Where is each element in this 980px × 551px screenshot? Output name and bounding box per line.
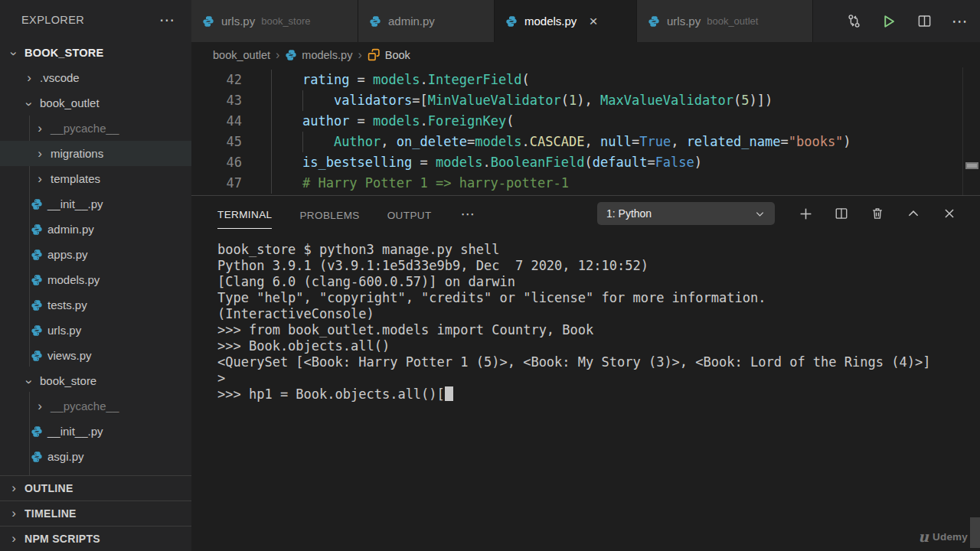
panel-header: TERMINAL PROBLEMS OUTPUT ⋯ 1: Python (191, 196, 980, 231)
terminal-content[interactable]: book_store $ python3 manage.py shell Pyt… (191, 231, 980, 403)
python-file-icon (31, 249, 43, 261)
line-number: 47 (191, 173, 242, 194)
close-tab-icon[interactable]: × (589, 15, 597, 28)
sidebar-item-book-outlet[interactable]: › book_outlet (0, 90, 191, 116)
line-number: 45 (191, 132, 242, 152)
sidebar-item-book-store[interactable]: › book_store (0, 368, 191, 393)
chevron-expanded-icon: › (21, 376, 37, 388)
sidebar-bottom-sections: › OUTLINE › TIMELINE › NPM SCRIPTS (0, 475, 191, 551)
terminal-shell-select[interactable]: 1: Python (597, 202, 775, 225)
code-editor[interactable]: 42 rating = models.IntegerField( 43 vali… (191, 67, 980, 195)
chevron-expanded-icon: › (21, 98, 37, 110)
python-file-icon (31, 425, 43, 438)
run-python-file-icon[interactable] (881, 14, 897, 29)
panel-more-tabs-icon[interactable]: ⋯ (461, 205, 475, 223)
sidebar-item-templates[interactable]: › templates (0, 166, 191, 191)
terminal-line: <QuerySet [<Book: Harry Potter 1 (5)>, <… (217, 354, 980, 370)
python-file-icon (31, 451, 43, 463)
line-number: 46 (191, 152, 242, 173)
tab-terminal[interactable]: TERMINAL (217, 198, 272, 229)
breadcrumb-book-outlet[interactable]: book_outlet (213, 49, 270, 61)
terminal-line: > (217, 370, 980, 386)
close-panel-icon[interactable] (942, 206, 957, 221)
code-line[interactable]: 45 Author, on_delete=models.CASCADE, nul… (191, 132, 980, 152)
code-line[interactable]: 43 validators=[MinValueValidator(1), Max… (191, 90, 980, 111)
chevron-collapsed-icon: › (8, 481, 20, 496)
indent-guide (302, 132, 303, 152)
code-line[interactable]: 46 is_bestselling = models.BooleanField(… (191, 152, 980, 173)
code-line[interactable]: 42 rating = models.IntegerField( (191, 70, 980, 90)
vscode-window: EXPLORER ⋯ › BOOK_STORE › .vscode › book… (0, 0, 980, 551)
python-file-icon (202, 15, 214, 28)
sidebar-item-book-store-root[interactable]: › BOOK_STORE (0, 40, 191, 65)
chevron-expanded-icon: › (6, 47, 21, 60)
chevron-collapsed-icon: › (34, 121, 46, 136)
scrollbar-track-edge (962, 67, 963, 195)
chevron-collapsed-icon: › (34, 146, 46, 161)
terminal-line: Type "help", "copyright", "credits" or "… (217, 290, 980, 306)
code-line[interactable]: 47 # Harry Potter 1 => harry-potter-1 (191, 173, 980, 194)
python-file-icon (31, 223, 43, 236)
sidebar-item-migrations[interactable]: › migrations (0, 141, 191, 166)
sidebar-item-admin-py[interactable]: admin.py (0, 217, 191, 242)
explorer-header: EXPLORER ⋯ (0, 0, 191, 40)
chevron-collapsed-icon: › (23, 70, 35, 86)
sidebar-item-init-py-2[interactable]: __init__.py (0, 419, 191, 444)
kill-terminal-trash-icon[interactable] (870, 206, 885, 221)
sidebar-item-tests-py[interactable]: tests.py (0, 292, 191, 318)
tab-urls-py-book-outlet[interactable]: urls.py book_outlet (637, 0, 813, 42)
section-outline[interactable]: › OUTLINE (0, 475, 191, 500)
sidebar-item-urls-py[interactable]: urls.py (0, 318, 191, 343)
python-file-icon (369, 15, 381, 28)
terminal-line: [Clang 6.0 (clang-600.0.57)] on darwin (217, 274, 980, 290)
tab-output[interactable]: OUTPUT (387, 199, 432, 229)
tab-urls-py-book-store[interactable]: urls.py book_store (191, 0, 358, 42)
new-terminal-icon[interactable] (798, 206, 813, 221)
line-number: 43 (191, 90, 242, 111)
chevron-collapsed-icon: › (34, 171, 46, 187)
sidebar-item-apps-py[interactable]: apps.py (0, 242, 191, 267)
udemy-logo-icon: u (918, 528, 929, 545)
line-number: 42 (191, 70, 242, 90)
explorer-title: EXPLORER (21, 14, 84, 26)
python-file-icon (31, 198, 43, 210)
tab-admin-py[interactable]: admin.py (358, 0, 495, 42)
sidebar-item-pycache[interactable]: › __pycache__ (0, 116, 191, 141)
section-timeline[interactable]: › TIMELINE (0, 500, 191, 526)
chevron-collapsed-icon: › (8, 531, 20, 546)
section-npm-scripts[interactable]: › NPM SCRIPTS (0, 526, 191, 551)
split-terminal-icon[interactable] (834, 206, 849, 221)
open-changes-icon[interactable] (846, 14, 861, 29)
tab-models-py[interactable]: models.py × (495, 0, 637, 42)
line-number: 44 (191, 111, 242, 132)
explorer-sidebar: EXPLORER ⋯ › BOOK_STORE › .vscode › book… (0, 0, 191, 551)
sidebar-item-init-py[interactable]: __init__.py (0, 191, 191, 217)
sidebar-item-views-py[interactable]: views.py (0, 343, 191, 368)
python-file-icon (285, 49, 297, 61)
breadcrumb-book-class[interactable]: Book (385, 49, 410, 61)
terminal-cursor (445, 386, 453, 401)
sidebar-item-asgi-py[interactable]: asgi.py (0, 444, 191, 469)
explorer-more-actions-icon[interactable]: ⋯ (159, 16, 175, 24)
chevron-collapsed-icon: › (34, 399, 46, 414)
code-line[interactable]: 44 author = models.ForeignKey( (191, 111, 980, 132)
more-actions-icon[interactable]: ⋯ (952, 12, 968, 31)
overview-ruler-marker[interactable] (965, 162, 978, 169)
sidebar-item-pycache-2[interactable]: › __pycache__ (0, 393, 191, 419)
breadcrumb-models-py[interactable]: models.py (302, 49, 352, 61)
split-editor-icon[interactable] (916, 14, 932, 29)
sidebar-item-vscode[interactable]: › .vscode (0, 65, 191, 90)
python-file-icon (31, 350, 43, 362)
terminal-line: >>> from book_outlet.models import Count… (217, 322, 980, 338)
maximize-panel-icon[interactable] (906, 206, 921, 221)
class-symbol-icon (368, 48, 381, 61)
sidebar-item-models-py[interactable]: models.py (0, 267, 191, 292)
chevron-collapsed-icon: › (8, 506, 20, 521)
indent-guide (302, 90, 303, 111)
tab-problems[interactable]: PROBLEMS (299, 199, 359, 229)
python-file-icon (31, 274, 43, 286)
terminal-line: >>> hp1 = Book.objects.all()[ (217, 386, 980, 403)
editor-actions: ⋯ (846, 0, 980, 42)
bottom-panel: TERMINAL PROBLEMS OUTPUT ⋯ 1: Python (191, 195, 980, 551)
file-tree: › BOOK_STORE › .vscode › book_outlet › _… (0, 40, 191, 480)
